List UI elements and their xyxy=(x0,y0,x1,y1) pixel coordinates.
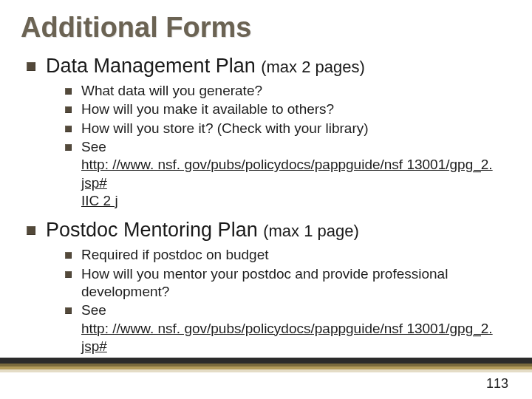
section-heading: Data Management Plan (max 2 pages) xyxy=(46,53,511,79)
section-heading-text: Postdoc Mentoring Plan xyxy=(46,219,258,241)
item-text: How will you make it available to others… xyxy=(81,101,334,117)
footer-accent-bar xyxy=(0,358,532,372)
section-items: What data will you generate? How will yo… xyxy=(46,82,511,210)
page-number: 113 xyxy=(486,376,508,392)
section-heading-note: (max 2 pages) xyxy=(261,58,365,76)
section-heading: Postdoc Mentoring Plan (max 1 page) xyxy=(46,217,511,243)
content-list: Data Management Plan (max 2 pages) What … xyxy=(21,53,511,374)
slide: Additional Forms Data Management Plan (m… xyxy=(0,0,532,399)
list-item: How will you make it available to others… xyxy=(65,100,511,118)
item-text: See xyxy=(81,139,106,154)
item-text: How will you store it? (Check with your … xyxy=(81,120,369,136)
section-data-management: Data Management Plan (max 2 pages) What … xyxy=(27,53,511,210)
section-items: Required if postdoc on budget How will y… xyxy=(46,246,511,373)
list-item: How will you store it? (Check with your … xyxy=(65,120,511,137)
nsf-link[interactable]: http: //www. nsf. gov/pubs/policydocs/pa… xyxy=(81,157,493,190)
section-heading-text: Data Management Plan xyxy=(46,55,256,77)
section-postdoc-mentoring: Postdoc Mentoring Plan (max 1 page) Requ… xyxy=(27,217,511,373)
list-item: Required if postdoc on budget xyxy=(65,246,511,264)
nsf-link[interactable]: IIC 2 j xyxy=(81,193,118,208)
item-text: What data will you generate? xyxy=(81,83,262,98)
section-heading-note: (max 1 page) xyxy=(263,222,359,240)
item-text: Required if postdoc on budget xyxy=(81,247,269,262)
list-item: See http: //www. nsf. gov/pubs/policydoc… xyxy=(65,138,511,210)
item-text: See xyxy=(81,302,106,318)
slide-title: Additional Forms xyxy=(21,13,511,43)
nsf-link[interactable]: http: //www. nsf. gov/pubs/policydocs/pa… xyxy=(81,321,493,354)
list-item: What data will you generate? xyxy=(65,82,511,100)
list-item: How will you mentor your postdoc and pro… xyxy=(65,265,511,301)
item-text: How will you mentor your postdoc and pro… xyxy=(81,266,448,299)
